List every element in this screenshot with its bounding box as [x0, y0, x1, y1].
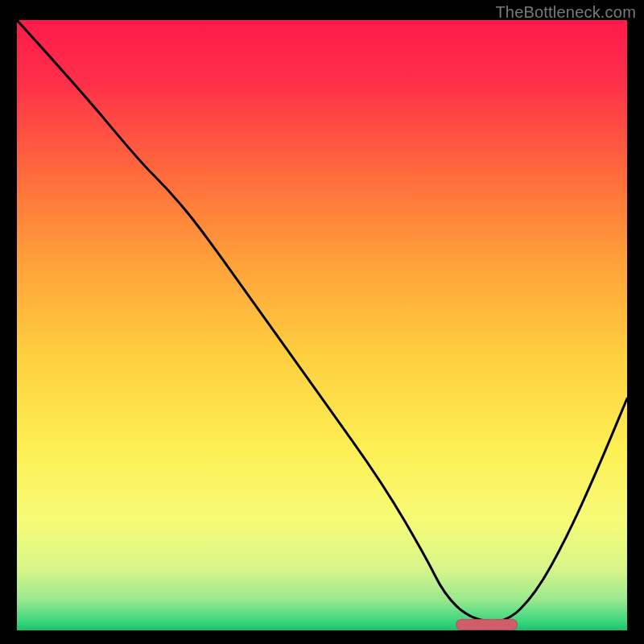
watermark-text: TheBottleneck.com	[495, 3, 636, 22]
chart-frame: TheBottleneck.com	[0, 0, 644, 644]
optimal-range-marker	[456, 619, 518, 630]
gradient-background	[17, 20, 627, 630]
bottleneck-chart	[17, 20, 627, 630]
plot-area	[17, 20, 627, 630]
